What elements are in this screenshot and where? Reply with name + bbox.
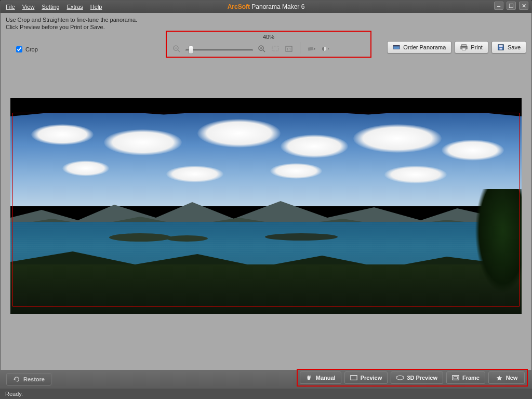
svg-rect-21 [499, 48, 502, 50]
minimize-button[interactable]: – [494, 2, 503, 10]
bottom-toolbar: Restore Manual Preview 3D Preview Frame … [0, 370, 532, 389]
toolbar: Crop 40% 1:1 [1, 31, 531, 57]
app-window: File View Setting Extras Help ArcSoft Pa… [0, 0, 532, 399]
maximize-button[interactable]: ☐ [507, 2, 516, 10]
titlebar: File View Setting Extras Help ArcSoft Pa… [1, 1, 531, 13]
3d-icon [396, 375, 404, 381]
preview-icon [350, 375, 357, 381]
svg-line-1 [178, 50, 180, 52]
svg-rect-20 [499, 45, 502, 47]
window-title: ArcSoft Panorama Maker 6 [228, 3, 305, 10]
menubar: File View Setting Extras Help [1, 1, 107, 13]
window-controls: – ☐ ✕ [494, 2, 528, 10]
actual-size-icon[interactable]: 1:1 [284, 44, 294, 54]
menu-help[interactable]: Help [90, 4, 102, 10]
svg-text:1:1: 1:1 [287, 48, 291, 51]
menu-view[interactable]: View [22, 4, 35, 10]
panorama-canvas[interactable] [10, 98, 522, 314]
3d-preview-label: 3D Preview [407, 375, 437, 381]
brand-name: ArcSoft [228, 3, 250, 10]
save-button[interactable]: Save [491, 41, 526, 54]
svg-rect-18 [462, 48, 466, 50]
close-button[interactable]: ✕ [519, 2, 528, 10]
preview-button[interactable]: Preview [344, 371, 388, 384]
restore-icon [13, 376, 20, 382]
manual-label: Manual [316, 375, 336, 381]
crop-checkbox[interactable] [16, 46, 22, 52]
print-button[interactable]: Print [455, 41, 488, 54]
restore-label: Restore [23, 376, 45, 382]
new-label: New [506, 375, 518, 381]
product-name: Panorama Maker 6 [251, 3, 304, 10]
frame-label: Frame [462, 375, 480, 381]
order-panorama-button[interactable]: Order Panorama [387, 41, 451, 54]
hint-line1: Use Crop and Straighten to fine-tune the… [6, 16, 526, 23]
svg-marker-13 [328, 48, 329, 50]
menu-file[interactable]: File [6, 4, 15, 10]
status-bar: Ready. [0, 389, 532, 399]
menu-extras[interactable]: Extras [67, 4, 83, 10]
save-icon [497, 44, 504, 51]
zoom-slider-thumb[interactable] [189, 46, 193, 54]
svg-rect-31 [454, 377, 457, 379]
manual-button[interactable]: Manual [300, 371, 341, 384]
bottom-buttons-highlight: Manual Preview 3D Preview Frame New [297, 369, 528, 387]
svg-line-4 [263, 50, 265, 52]
zoom-slider[interactable] [185, 46, 253, 54]
svg-rect-30 [453, 376, 459, 380]
preview-label: Preview [361, 375, 382, 381]
svg-rect-10 [308, 47, 314, 50]
brightness-tool-icon[interactable] [320, 44, 329, 54]
save-label: Save [508, 44, 521, 50]
crop-checkbox-wrap[interactable]: Crop [16, 46, 38, 52]
svg-rect-29 [351, 376, 357, 380]
svg-rect-7 [272, 46, 278, 51]
print-icon [460, 44, 468, 51]
fit-screen-icon[interactable] [271, 44, 280, 54]
status-text: Ready. [5, 391, 23, 397]
order-icon [393, 44, 400, 51]
print-label: Print [471, 44, 483, 50]
hand-icon [305, 375, 313, 381]
svg-marker-11 [314, 48, 315, 50]
zoom-percent: 40% [263, 34, 274, 40]
svg-rect-16 [462, 45, 467, 47]
hint-line2: Click Preview before you Print or Save. [6, 23, 526, 31]
restore-button[interactable]: Restore [6, 373, 51, 385]
crop-rectangle[interactable] [12, 113, 520, 307]
3d-preview-button[interactable]: 3D Preview [391, 371, 443, 384]
crop-label: Crop [25, 46, 38, 52]
zoom-slider-track [185, 49, 253, 51]
menu-setting[interactable]: Setting [42, 4, 59, 10]
zoom-tools-highlight: 40% 1:1 [166, 31, 371, 58]
action-buttons: Order Panorama Print Save [387, 41, 526, 54]
svg-marker-32 [496, 376, 502, 381]
new-button[interactable]: New [488, 371, 525, 384]
separator [300, 42, 300, 54]
frame-button[interactable]: Frame [446, 371, 485, 384]
zoom-out-icon[interactable] [172, 44, 181, 54]
zoom-in-icon[interactable] [257, 44, 267, 54]
hint-text: Use Crop and Straighten to fine-tune the… [1, 13, 531, 31]
new-icon [496, 375, 503, 381]
order-label: Order Panorama [403, 44, 446, 50]
rotate-tool-icon[interactable] [307, 44, 316, 54]
frame-icon [452, 375, 459, 381]
svg-rect-15 [393, 46, 400, 47]
